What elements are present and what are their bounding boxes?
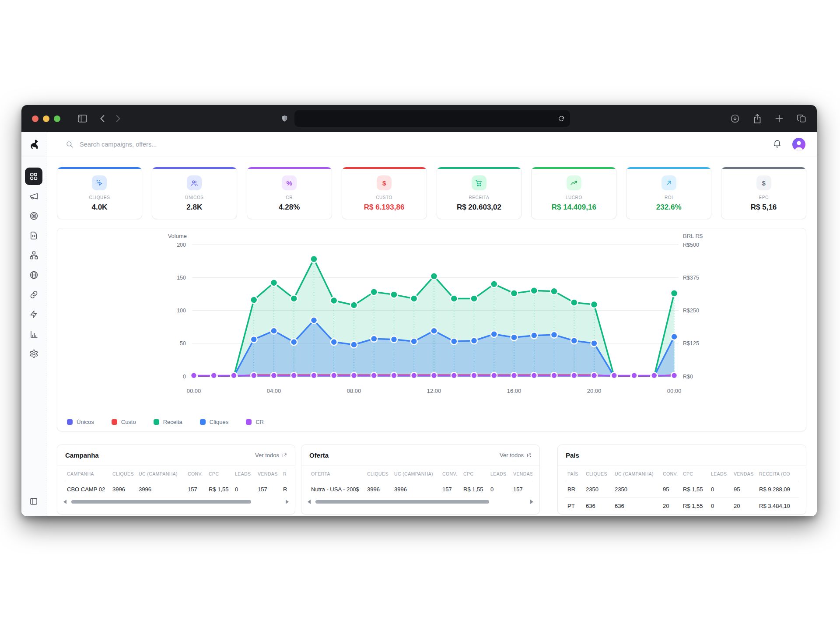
- table-cell: Nutra - USA - 200$: [308, 481, 364, 498]
- cursor-click-icon: [92, 175, 107, 190]
- volume-revenue-chart[interactable]: 0R$050R$125100R$250150R$375200R$500Volum…: [57, 228, 807, 432]
- column-header: OFERTA: [308, 466, 364, 481]
- search-box[interactable]: [66, 140, 262, 148]
- kpi-label: LUCRO: [566, 195, 582, 200]
- legend-label: Custo: [121, 419, 136, 425]
- notifications-bell-icon[interactable]: [773, 139, 782, 150]
- scroll-right-arrow[interactable]: [530, 500, 533, 504]
- lightning-icon: [29, 310, 38, 319]
- dashboard-content: CLIQUES4.0KÚNICOS2.8K%CR4.28%$CUSTOR$ 6.…: [46, 157, 817, 516]
- scroll-thumb[interactable]: [315, 500, 489, 504]
- sidebar-item-targets[interactable]: [25, 207, 42, 224]
- user-icon: [792, 138, 805, 151]
- downloads-icon[interactable]: [730, 114, 740, 123]
- column-header: CONV.: [660, 466, 680, 481]
- campanha-ver-todos-link[interactable]: Ver todos: [255, 452, 287, 458]
- sidebar-item-settings[interactable]: [25, 345, 42, 362]
- column-header: CONV.: [440, 466, 461, 481]
- column-header: UC (CAMPANHA): [392, 466, 440, 481]
- sidebar-collapse-button[interactable]: [29, 497, 38, 516]
- zoom-window-button[interactable]: [54, 116, 60, 122]
- table-cell: 2350: [612, 481, 660, 498]
- tab-overview-icon[interactable]: [797, 114, 806, 123]
- svg-text:00:00: 00:00: [667, 388, 682, 394]
- legend-item-cliques[interactable]: Cliques: [200, 419, 228, 425]
- sidebar-toggle-icon[interactable]: [78, 115, 87, 122]
- search-input[interactable]: [79, 140, 262, 148]
- column-header: CPC: [680, 466, 708, 481]
- column-header: CPC: [461, 466, 488, 481]
- legend-swatch: [67, 419, 73, 425]
- sidebar-item-analytics[interactable]: [25, 325, 42, 343]
- browser-titlebar: [21, 105, 817, 132]
- reload-icon[interactable]: [558, 115, 565, 122]
- scroll-thumb[interactable]: [71, 500, 251, 504]
- table-cell: 95: [660, 481, 680, 498]
- table-title-oferta: Oferta: [309, 452, 329, 459]
- table-cell: 0: [488, 481, 511, 498]
- back-button[interactable]: [100, 115, 105, 122]
- sidebar: [21, 132, 46, 516]
- column-header: CAMPANHA: [64, 466, 110, 481]
- volume-revenue-chart-card: 0R$050R$125100R$250150R$375200R$500Volum…: [57, 228, 806, 431]
- kpi-label: CR: [286, 195, 293, 200]
- kpi-row: CLIQUES4.0KÚNICOS2.8K%CR4.28%$CUSTOR$ 6.…: [57, 167, 806, 219]
- table-cell: 636: [583, 498, 612, 514]
- table-cell: 3996: [110, 481, 136, 498]
- app-header: [46, 132, 817, 157]
- table-cell: 157: [185, 481, 206, 498]
- table-card-pais: País PAÍSCLIQUESUC (CAMPANHA)CONV.CPCLEA…: [557, 444, 806, 514]
- sidebar-item-automations[interactable]: [25, 305, 42, 323]
- user-avatar[interactable]: [792, 138, 805, 151]
- oferta-hscrollbar[interactable]: [301, 497, 539, 508]
- sidebar-item-funnels[interactable]: [25, 246, 42, 264]
- svg-text:04:00: 04:00: [267, 388, 281, 394]
- table-cell: 20: [731, 498, 756, 514]
- legend-label: Cliques: [210, 419, 228, 425]
- close-window-button[interactable]: [32, 116, 38, 122]
- shield-privacy-icon[interactable]: [281, 114, 288, 123]
- new-tab-icon[interactable]: [775, 114, 784, 123]
- column-header: CLIQUES: [364, 466, 392, 481]
- forward-button[interactable]: [116, 115, 120, 122]
- sidebar-item-scripts[interactable]: [25, 227, 42, 244]
- sidebar-item-campaigns[interactable]: [25, 187, 42, 205]
- legend-item-receita[interactable]: Receita: [154, 419, 182, 425]
- kpi-card-epc: $EPCR$ 5,16: [721, 167, 806, 219]
- sidebar-item-links[interactable]: [25, 286, 42, 303]
- table-title-pais: País: [566, 452, 579, 459]
- target-icon: [29, 211, 38, 220]
- table-cell: 0: [708, 481, 731, 498]
- table-cell: R$ 3.484,10: [756, 498, 799, 514]
- kpi-card-únicos: ÚNICOS2.8K: [152, 167, 237, 219]
- scroll-left-arrow[interactable]: [63, 500, 66, 504]
- column-header: LEADS: [488, 466, 511, 481]
- campanha-hscrollbar[interactable]: [57, 497, 295, 508]
- panel-left-icon: [29, 497, 38, 506]
- address-bar[interactable]: [294, 110, 570, 127]
- scroll-right-arrow[interactable]: [286, 500, 289, 504]
- table-cell: R$ 1,55: [680, 498, 708, 514]
- app-logo: [21, 132, 46, 157]
- link-icon: [29, 290, 38, 299]
- svg-text:R$375: R$375: [683, 275, 699, 281]
- legend-item-únicos[interactable]: Únicos: [67, 419, 94, 425]
- column-header: UC (CAMPANHA): [136, 466, 185, 481]
- legend-item-custo[interactable]: Custo: [112, 419, 136, 425]
- column-header: CLIQUES: [583, 466, 612, 481]
- minimize-window-button[interactable]: [43, 116, 49, 122]
- oferta-ver-todos-link[interactable]: Ver todos: [500, 452, 532, 458]
- sidebar-item-dashboard[interactable]: [25, 168, 42, 185]
- legend-swatch: [200, 419, 206, 425]
- svg-text:100: 100: [177, 308, 186, 314]
- kpi-card-receita: RECEITAR$ 20.603,02: [437, 167, 522, 219]
- svg-text:Volume: Volume: [168, 233, 187, 239]
- svg-text:R$0: R$0: [683, 374, 693, 380]
- table-cell: 157: [255, 481, 280, 498]
- legend-item-cr[interactable]: CR: [246, 419, 264, 425]
- column-header: VENDAS: [511, 466, 532, 481]
- sidebar-item-domains[interactable]: [25, 266, 42, 284]
- kpi-label: CLIQUES: [89, 195, 110, 200]
- share-icon[interactable]: [753, 114, 762, 123]
- scroll-left-arrow[interactable]: [308, 500, 311, 504]
